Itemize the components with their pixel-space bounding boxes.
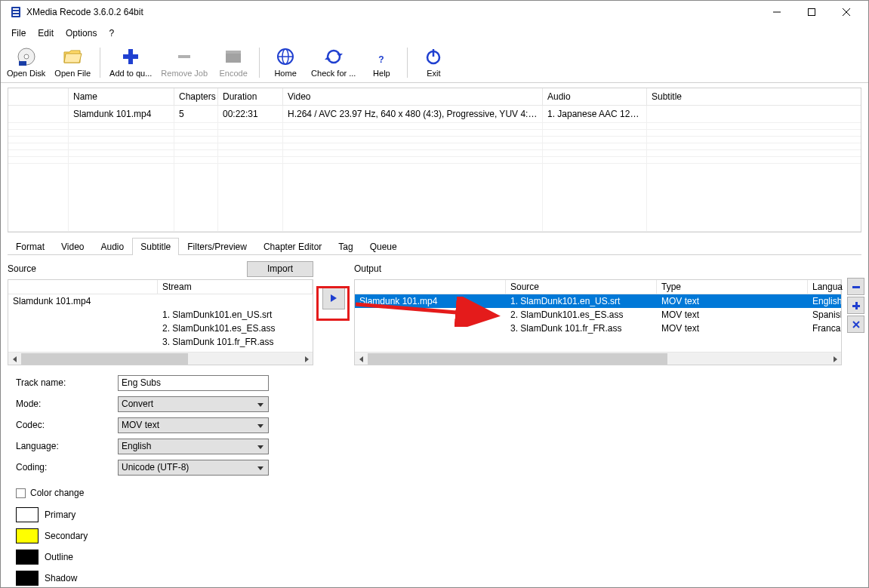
toolbar-label: Encode <box>219 69 247 78</box>
column-header-duration[interactable]: Duration <box>218 88 283 105</box>
column-header-audio[interactable]: Audio <box>543 88 647 105</box>
exit-button[interactable]: Exit <box>412 45 455 81</box>
file-name-cell: Slamdunk 101.mp4 <box>69 106 174 122</box>
codec-select[interactable]: MOV text <box>118 417 269 433</box>
horizontal-scrollbar[interactable] <box>355 352 841 365</box>
file-row[interactable]: Slamdunk 101.mp4 5 00:22:31 H.264 / AVC … <box>8 106 861 123</box>
file-row-empty <box>8 143 861 150</box>
scroll-left-icon[interactable] <box>8 352 21 365</box>
clapper-icon <box>223 46 244 67</box>
toolbar-separator <box>100 48 100 78</box>
file-list-panel: Name Chapters Duration Video Audio Subti… <box>8 88 861 232</box>
tab-queue[interactable]: Queue <box>362 238 405 255</box>
open-disk-button[interactable]: Open Disk <box>2 45 50 81</box>
help-button[interactable]: ? Help <box>360 45 402 81</box>
output-col-type[interactable]: Type <box>657 280 808 294</box>
svg-text:?: ? <box>379 54 384 65</box>
output-col-language[interactable]: Langua <box>808 280 841 294</box>
import-button[interactable]: Import <box>247 261 313 277</box>
outline-color-label: Outline <box>45 552 73 562</box>
column-header-chapters[interactable]: Chapters <box>174 88 218 105</box>
encode-button: Encode <box>212 45 254 81</box>
column-header-blank[interactable] <box>8 88 69 105</box>
output-col-source[interactable]: Source <box>506 280 657 294</box>
globe-icon <box>275 46 296 67</box>
toolbar-separator <box>259 48 260 78</box>
close-button[interactable] <box>829 1 864 23</box>
menu-file[interactable]: File <box>5 25 32 42</box>
primary-color-swatch[interactable] <box>16 507 39 522</box>
tab-tag[interactable]: Tag <box>330 238 361 255</box>
toolbar-label: Home <box>274 69 296 78</box>
maximize-button[interactable] <box>794 1 829 23</box>
tab-video[interactable]: Video <box>53 238 92 255</box>
mode-select[interactable]: Convert <box>118 396 269 412</box>
remove-output-button[interactable] <box>847 278 864 295</box>
column-header-name[interactable]: Name <box>69 88 174 105</box>
home-button[interactable]: Home <box>264 45 307 81</box>
scroll-left-icon[interactable] <box>355 352 368 365</box>
color-change-checkbox[interactable] <box>16 488 26 498</box>
shadow-color-swatch[interactable] <box>16 571 39 586</box>
file-row-empty <box>8 164 861 232</box>
plus-icon <box>120 46 141 67</box>
language-label: Language: <box>16 441 118 451</box>
track-name-input[interactable] <box>118 375 269 391</box>
tab-subtitle[interactable]: Subtitle <box>132 238 179 255</box>
file-row-empty <box>8 150 861 157</box>
horizontal-scrollbar[interactable] <box>8 352 313 365</box>
color-change-label: Color change <box>30 488 84 498</box>
output-row[interactable]: 3. SlamDunk 101.fr_FR.assMOV textFranca <box>355 322 841 335</box>
svg-rect-5 <box>809 9 815 16</box>
svg-rect-10 <box>19 61 26 66</box>
svg-rect-3 <box>13 14 19 16</box>
source-label: Source <box>8 263 36 274</box>
add-to-output-button[interactable] <box>322 287 345 309</box>
language-select[interactable]: English <box>118 439 269 454</box>
toolbar-separator <box>407 48 408 78</box>
clear-output-button[interactable] <box>847 316 864 333</box>
output-row[interactable]: Slamdunk 101.mp41. SlamDunk101.en_US.srt… <box>355 294 841 308</box>
source-row[interactable]: 1. SlamDunk101.en_US.srt <box>8 308 313 322</box>
svg-marker-26 <box>331 294 337 302</box>
scroll-right-icon[interactable] <box>300 352 313 365</box>
source-col-blank[interactable] <box>8 280 158 294</box>
outline-color-swatch[interactable] <box>16 550 39 565</box>
scroll-right-icon[interactable] <box>828 352 841 365</box>
coding-select[interactable]: Unicode (UTF-8) <box>118 460 269 476</box>
source-col-stream[interactable]: Stream <box>158 280 313 294</box>
secondary-color-swatch[interactable] <box>16 528 39 543</box>
svg-rect-29 <box>852 286 860 288</box>
source-row[interactable]: 3. SlamDunk 101.fr_FR.ass <box>8 335 313 349</box>
menu-options[interactable]: Options <box>60 25 103 42</box>
source-row[interactable]: 2. SlamDunk101.es_ES.ass <box>8 322 313 335</box>
check-update-button[interactable]: Check for ... <box>307 45 360 81</box>
tab-format[interactable]: Format <box>8 238 53 255</box>
source-row[interactable]: Slamdunk 101.mp4 <box>8 294 313 308</box>
minus-icon <box>174 46 195 67</box>
output-panel: Output Source Type Langua Slamdunk 101.m… <box>354 260 861 365</box>
shadow-color-label: Shadow <box>45 573 77 583</box>
minimize-button[interactable] <box>760 1 794 23</box>
tab-filters[interactable]: Filters/Preview <box>179 238 255 255</box>
output-list: Source Type Langua Slamdunk 101.mp41. Sl… <box>354 279 842 365</box>
menu-edit[interactable]: Edit <box>32 25 60 42</box>
output-col-blank[interactable] <box>355 280 506 294</box>
file-chapters-cell: 5 <box>174 106 218 122</box>
tab-chapter[interactable]: Chapter Editor <box>255 238 330 255</box>
window-title: XMedia Recode 3.6.0.2 64bit <box>26 7 143 17</box>
tab-audio[interactable]: Audio <box>93 238 133 255</box>
output-row[interactable]: 2. SlamDunk101.es_ES.assMOV textSpanish <box>355 308 841 322</box>
svg-rect-2 <box>13 11 19 13</box>
column-header-video[interactable]: Video <box>283 88 543 105</box>
add-output-button[interactable] <box>847 297 864 314</box>
file-subtitle-cell <box>647 106 861 122</box>
column-header-subtitle[interactable]: Subtitle <box>647 88 861 105</box>
svg-rect-31 <box>852 305 860 307</box>
svg-point-9 <box>24 54 29 59</box>
add-queue-button[interactable]: Add to qu... <box>105 45 156 81</box>
file-row-empty <box>8 130 861 137</box>
menu-help[interactable]: ? <box>103 25 120 42</box>
toolbar-label: Help <box>373 69 390 78</box>
open-file-button[interactable]: Open File <box>50 45 95 81</box>
